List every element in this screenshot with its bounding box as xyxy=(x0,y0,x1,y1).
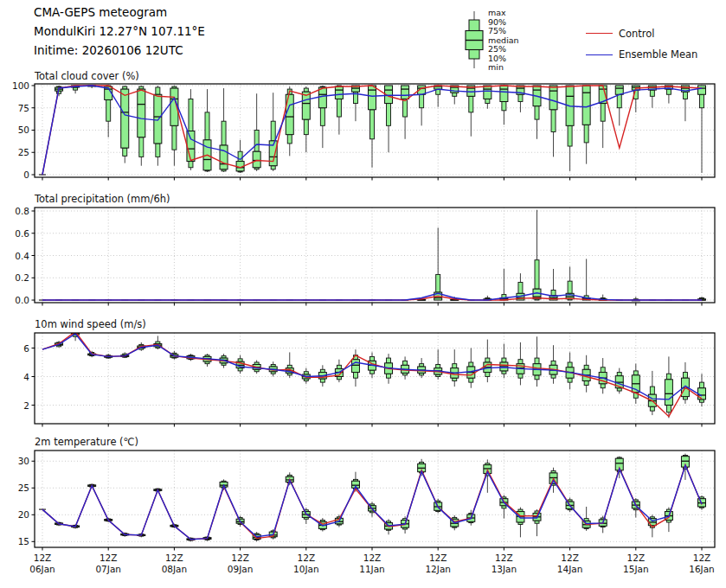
panel-frame xyxy=(35,451,715,547)
svg-text:100: 100 xyxy=(12,80,29,91)
y-axis: 0255075100 xyxy=(12,80,35,180)
svg-text:12Z: 12Z xyxy=(34,553,52,563)
svg-text:12Z: 12Z xyxy=(693,553,711,563)
svg-text:11Jan: 11Jan xyxy=(359,564,385,574)
svg-text:12Z: 12Z xyxy=(231,553,249,563)
svg-text:10Jan: 10Jan xyxy=(293,564,319,574)
y-axis: 0.00.20.40.60.8 xyxy=(15,206,35,305)
svg-text:0.8: 0.8 xyxy=(15,206,29,216)
gridlines xyxy=(35,333,715,424)
svg-text:25: 25 xyxy=(18,147,29,157)
svg-text:4: 4 xyxy=(23,372,29,382)
svg-text:25: 25 xyxy=(18,483,29,493)
svg-text:12Jan: 12Jan xyxy=(425,564,451,574)
svg-text:30: 30 xyxy=(18,456,29,466)
svg-text:12Z: 12Z xyxy=(429,553,447,563)
svg-text:6: 6 xyxy=(23,343,29,354)
svg-text:0.2: 0.2 xyxy=(15,272,29,283)
panel-3: 15202530 xyxy=(18,451,715,551)
svg-text:0.0: 0.0 xyxy=(15,295,29,305)
svg-text:15: 15 xyxy=(18,536,29,546)
svg-text:16Jan: 16Jan xyxy=(689,564,715,574)
panel-0: 0255075100 xyxy=(12,80,715,181)
svg-text:12Z: 12Z xyxy=(165,553,183,563)
control-legend-label: Control xyxy=(619,28,655,40)
svg-text:12Z: 12Z xyxy=(298,553,316,563)
panel-frame xyxy=(35,208,715,303)
boxplots xyxy=(39,86,706,175)
panel-2: 246 xyxy=(23,329,715,426)
panel-1: 0.00.20.40.60.8 xyxy=(15,206,715,306)
svg-text:12Z: 12Z xyxy=(627,553,646,563)
ensemble-legend-line xyxy=(586,54,613,55)
svg-text:20: 20 xyxy=(18,509,29,520)
svg-text:15Jan: 15Jan xyxy=(623,564,649,574)
y-axis: 15202530 xyxy=(18,456,35,546)
svg-text:50: 50 xyxy=(18,125,29,135)
ensemble-legend-label: Ensemble Mean xyxy=(619,48,697,61)
svg-text:07Jan: 07Jan xyxy=(95,564,121,574)
svg-text:12Z: 12Z xyxy=(561,553,579,563)
svg-text:12Z: 12Z xyxy=(100,553,118,563)
meteogram-page: CMA-GEPS meteogram MondulKiri 12.27°N 10… xyxy=(0,0,726,588)
svg-text:12Z: 12Z xyxy=(363,553,382,563)
svg-text:75: 75 xyxy=(18,103,29,113)
boxplot-key-label: max xyxy=(488,9,519,18)
boxplot-key-labels: max90%75%median25%10%min xyxy=(488,9,519,73)
boxplot-key-label: min xyxy=(488,63,519,73)
svg-text:13Jan: 13Jan xyxy=(491,564,517,574)
gridlines xyxy=(35,208,715,303)
y-axis: 246 xyxy=(23,343,35,411)
svg-text:14Jan: 14Jan xyxy=(557,564,583,574)
svg-text:0.6: 0.6 xyxy=(15,228,29,239)
svg-text:06Jan: 06Jan xyxy=(29,564,55,574)
boxplots xyxy=(39,454,706,542)
svg-text:0: 0 xyxy=(23,169,29,180)
panel-frame xyxy=(35,333,715,424)
boxplot-key-label: 75% xyxy=(488,27,519,36)
svg-text:0.4: 0.4 xyxy=(15,251,29,261)
boxplot-key-label: 25% xyxy=(488,45,519,54)
svg-text:09Jan: 09Jan xyxy=(228,564,254,574)
svg-text:2: 2 xyxy=(23,400,29,411)
boxplot-key-glyph xyxy=(466,11,483,68)
svg-text:12Z: 12Z xyxy=(495,553,513,563)
x-axis-labels: 12Z06Jan12Z07Jan12Z08Jan12Z09Jan12Z10Jan… xyxy=(29,553,715,574)
meteogram-chart: 02550751000.00.20.40.60.82461520253012Z0… xyxy=(0,0,726,588)
gridlines xyxy=(35,451,715,547)
svg-text:08Jan: 08Jan xyxy=(162,564,188,574)
control-legend-line xyxy=(586,33,613,34)
boxplots xyxy=(55,329,706,418)
